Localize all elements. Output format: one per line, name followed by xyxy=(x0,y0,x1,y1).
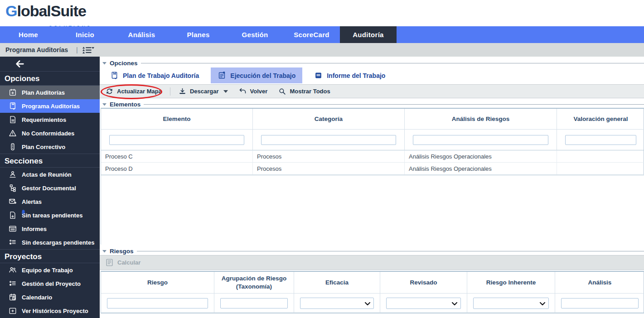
tab-label: Ejecución del Trabajo xyxy=(230,72,295,79)
bell-icon xyxy=(20,209,26,215)
breadcrumb-bar: Programa Auditorías | xyxy=(0,43,644,57)
sidebar-item-no-conformidades[interactable]: No Conformidades xyxy=(0,126,100,140)
collapse-icon[interactable] xyxy=(102,62,107,65)
sidebar-item-label: Calendario xyxy=(22,294,52,301)
nav-item-inicio[interactable]: Inicio xyxy=(57,26,113,43)
table-cell[interactable]: Proceso C xyxy=(101,150,253,163)
sidebar-item-programa-auditorias[interactable]: Programa Auditorías xyxy=(0,99,100,113)
org-tree-icon xyxy=(9,184,17,192)
column-header-analisis-de-riesgos: Análisis de Riesgos xyxy=(405,109,557,130)
column-header-agrupacion-de-riesgo: Agrupación de Riesgo (Taxonomía) xyxy=(214,272,294,294)
sidebar-item-label: Actas de Reunión xyxy=(22,171,72,178)
sidebar-item-actas-de-reunion[interactable]: Actas de Reunión xyxy=(0,168,100,181)
filter-input-analisis-de-riesgos[interactable] xyxy=(413,135,548,145)
filter-input-categoria[interactable] xyxy=(261,135,396,145)
app-header: GlobalSuite SOLUTIONS xyxy=(0,0,644,26)
collapse-icon[interactable] xyxy=(102,250,107,253)
panel-title: Riesgos xyxy=(110,248,134,255)
riesgos-toolbar: Calcular xyxy=(100,255,644,270)
sidebar-item-label: No Conformidades xyxy=(22,130,74,137)
sidebar-item-label: Gestión del Proyecto xyxy=(22,280,81,287)
nav-item-analisis[interactable]: Análisis xyxy=(113,26,170,43)
refresh-icon xyxy=(106,87,113,95)
work-tabs: Plan de Trabajo Auditoría Ejecución del … xyxy=(103,67,392,83)
sidebar-item-label: Sin descargas pendientes xyxy=(22,239,94,246)
sidebar-section-proyectos: Proyectos xyxy=(0,249,100,263)
tab-label: Informe del Trabajo xyxy=(327,72,385,79)
book-check-icon xyxy=(9,102,17,110)
list-caret-icon[interactable] xyxy=(82,46,94,54)
sidebar: Opciones Plan Auditorías Programa Audito… xyxy=(0,57,100,318)
nav-item-auditoria[interactable]: Auditoría xyxy=(340,26,397,43)
sidebar-item-plan-correctivo[interactable]: Plan Correctivo xyxy=(0,140,100,154)
sidebar-item-label: Plan Correctivo xyxy=(22,144,65,150)
descargar-button[interactable]: Descargar xyxy=(179,87,228,95)
filter-input-agrupacion[interactable] xyxy=(220,298,288,308)
table-cell[interactable]: Procesos xyxy=(253,163,405,175)
main-content: Opciones Plan de Trabajo Auditoría Ejecu… xyxy=(100,57,644,318)
folder-doc-icon xyxy=(9,225,17,233)
table-cell[interactable]: Procesos xyxy=(253,150,405,163)
sidebar-item-plan-auditorias[interactable]: Plan Auditorías xyxy=(0,86,100,99)
sidebar-item-label: Requerimientos xyxy=(22,116,66,123)
panel-title: Opciones xyxy=(110,60,138,67)
nav-item-scorecard[interactable]: ScoreCard xyxy=(283,26,340,43)
actualizar-mapa-button[interactable]: Actualizar Mapa xyxy=(106,87,162,95)
table-cell[interactable]: Análisis Riesgos Operacionales xyxy=(405,150,557,163)
download-icon xyxy=(179,87,186,95)
nav-item-planes[interactable]: Planes xyxy=(170,26,227,43)
table-cell[interactable]: Proceso D xyxy=(101,163,253,175)
search-icon xyxy=(278,87,286,95)
sidebar-item-alertas[interactable]: Alertas xyxy=(0,195,100,208)
table-cell[interactable]: Análisis Riesgos Operacionales xyxy=(405,163,557,175)
sidebar-item-gestor-documental[interactable]: Gestor Documental xyxy=(0,181,100,195)
table-cell[interactable] xyxy=(557,163,644,175)
collapse-icon[interactable] xyxy=(102,103,107,106)
filter-select-riesgo-inherente[interactable] xyxy=(473,298,549,309)
sidebar-section-opciones: Opciones xyxy=(0,72,100,86)
caret-down-icon[interactable] xyxy=(223,90,228,93)
nav-item-gestion[interactable]: Gestión xyxy=(227,26,283,43)
filter-select-eficacia[interactable] xyxy=(300,298,374,309)
filter-select-revisado[interactable] xyxy=(386,298,461,309)
sidebar-section-secciones: Secciones xyxy=(0,154,100,168)
sidebar-back-button[interactable] xyxy=(0,57,100,72)
volver-button[interactable]: Volver xyxy=(239,87,268,95)
sidebar-item-equipo-de-trabajo[interactable]: Equipo de Trabajo xyxy=(0,263,100,277)
button-label: Mostrar Todos xyxy=(290,88,330,95)
sidebar-item-gestion-del-proyecto[interactable]: Gestión del Proyecto xyxy=(0,277,100,290)
filter-input-analisis[interactable] xyxy=(561,298,639,308)
app-logo: GlobalSuite SOLUTIONS xyxy=(5,2,86,20)
filter-input-riesgo[interactable] xyxy=(107,298,208,308)
tab-ejecucion-del-trabajo[interactable]: Ejecución del Trabajo xyxy=(211,67,302,83)
table-cell[interactable] xyxy=(557,150,644,163)
tab-informe-del-trabajo[interactable]: Informe del Trabajo xyxy=(307,67,392,83)
sidebar-item-label: Sin tareas pendientes xyxy=(22,212,82,219)
tab-plan-de-trabajo-auditoria[interactable]: Plan de Trabajo Auditoría xyxy=(103,67,206,83)
document-lines-icon xyxy=(314,71,323,80)
sidebar-item-informes[interactable]: Informes xyxy=(0,222,100,236)
sidebar-item-label: Programa Auditorías xyxy=(22,103,80,110)
filter-input-elemento[interactable] xyxy=(109,135,244,145)
button-label: Descargar xyxy=(190,88,219,95)
sidebar-item-calendario[interactable]: Calendario xyxy=(0,290,100,304)
column-header-elemento: Elemento xyxy=(101,109,253,130)
column-header-revisado: Revisado xyxy=(380,272,467,294)
sidebar-item-requerimientos[interactable]: Requerimientos xyxy=(0,113,100,126)
sidebar-item-ver-historicos-proyecto[interactable]: Ver Históricos Proyecto xyxy=(0,304,100,318)
elementos-panel-header: Elementos xyxy=(102,101,644,108)
logo-text-accent: G xyxy=(5,2,17,19)
riesgos-panel-header: Riesgos xyxy=(102,247,644,255)
checklist-icon xyxy=(9,238,17,246)
sidebar-item-sin-descargas-pendientes[interactable]: Sin descargas pendientes xyxy=(0,236,100,249)
sidebar-item-sin-tareas-pendientes[interactable]: Sin tareas pendientes xyxy=(0,208,100,222)
panel-rule xyxy=(144,104,644,105)
calcular-button[interactable]: Calcular xyxy=(105,258,140,267)
nav-item-home[interactable]: Home xyxy=(0,26,57,43)
breadcrumb: Programa Auditorías xyxy=(5,46,68,53)
sidebar-item-label: Gestor Documental xyxy=(22,185,76,192)
sidebar-item-label: Plan Auditorías xyxy=(22,89,65,96)
mostrar-todos-button[interactable]: Mostrar Todos xyxy=(278,87,330,95)
column-header-riesgo-inherente: Riesgo Inherente xyxy=(467,272,555,294)
filter-input-valoracion-general[interactable] xyxy=(565,135,636,145)
